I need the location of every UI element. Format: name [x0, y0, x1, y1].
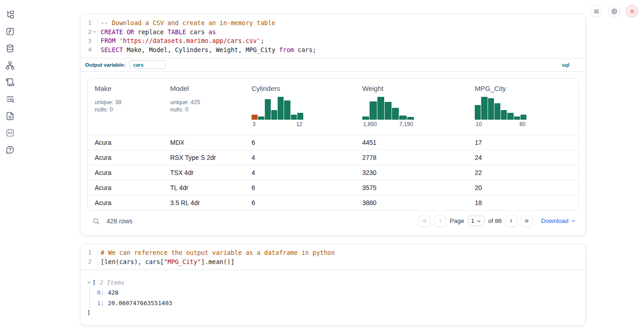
- line-number: 2: [80, 28, 91, 35]
- histogram-ticks: 1,850 7,190: [362, 121, 414, 127]
- marimo-notebook: 1 -- Download a CSV and create an in-mem…: [0, 0, 644, 333]
- download-button[interactable]: Download: [541, 217, 576, 224]
- column-header-make: Make unique: 38 nulls: 0: [88, 85, 163, 135]
- table-header: Make unique: 38 nulls: 0 Model unique: 4…: [88, 79, 578, 135]
- cell-model: 3.5 RL 4dr: [163, 199, 248, 206]
- cell-weight: 4451: [359, 139, 471, 146]
- column-stats: unique: 38 nulls: 0: [95, 99, 163, 114]
- sql-output-area: Make unique: 38 nulls: 0 Model unique: 4…: [80, 72, 585, 231]
- cell-weight: 2778: [359, 154, 471, 161]
- code-text: CREATE OR replace TABLE cars as: [97, 28, 216, 36]
- column-title[interactable]: Cylinders: [252, 85, 280, 92]
- cell-weight: 3880: [359, 199, 471, 206]
- search-button[interactable]: [91, 216, 101, 226]
- sql-code-editor[interactable]: 1 -- Download a CSV and create an in-mem…: [80, 14, 585, 58]
- code-text: # We can reference the output variable a…: [97, 249, 335, 256]
- chevrons-left-icon: [422, 218, 428, 224]
- column-title[interactable]: Model: [170, 85, 189, 92]
- code-line: 1 -- Download a CSV and create an in-mem…: [80, 18, 585, 27]
- sidebar-item-file-tree[interactable]: [5, 10, 15, 20]
- chevron-down-icon: [571, 218, 576, 223]
- cell-make: Acura: [88, 139, 163, 146]
- cell-make: Acura: [88, 184, 163, 191]
- column-title[interactable]: MPG_City: [475, 85, 506, 92]
- table-row: Acura TL 4dr 6 3575 20: [88, 180, 578, 195]
- download-label: Download: [541, 217, 569, 224]
- cell-mpg-city: 22: [471, 169, 578, 176]
- chevrons-right-icon: [524, 218, 530, 224]
- fold-chevron-icon[interactable]: [92, 30, 97, 34]
- previous-page-button[interactable]: [434, 215, 446, 227]
- sidebar-item-scratchpad[interactable]: [5, 77, 15, 87]
- output-variable-label: Output variable:: [85, 62, 125, 68]
- histogram-bars: [252, 97, 303, 120]
- stat-nulls: nulls: 0: [95, 106, 163, 114]
- topbar-controls: [590, 5, 638, 17]
- cell-mpg-city: 17: [471, 139, 578, 146]
- weight-histogram: 1,850 7,190: [362, 97, 414, 127]
- last-page-button[interactable]: [521, 215, 533, 227]
- snippet-icon: [5, 128, 15, 137]
- sidebar-item-help[interactable]: [5, 145, 15, 155]
- table-row: Acura TSX 4dr 4 3230 22: [88, 165, 578, 180]
- next-page-button[interactable]: [505, 215, 517, 227]
- sidebar-item-datasources[interactable]: [5, 43, 15, 53]
- code-text: FROM 'https://datasets.marimo.app/cars.c…: [97, 37, 264, 44]
- column-title[interactable]: Make: [95, 85, 112, 92]
- tick-max: 60: [520, 121, 526, 127]
- document-icon: [5, 111, 15, 121]
- code-text: SELECT Make, Model, Cylinders, Weight, M…: [97, 46, 316, 53]
- file-tree-icon: [5, 10, 15, 19]
- sidebar-item-documentation[interactable]: [5, 111, 15, 121]
- python-code-editor[interactable]: 1 # We can reference the output variable…: [80, 244, 585, 270]
- output-variable-input[interactable]: [129, 60, 166, 69]
- tree-items: 0: 428 1: 20.060747663551403: [89, 287, 585, 308]
- sidebar-item-snippets[interactable]: [5, 128, 15, 138]
- cylinders-histogram: 3 12: [252, 97, 303, 127]
- output-variable-row: Output variable: sql: [80, 58, 585, 72]
- column-title[interactable]: Weight: [362, 85, 383, 92]
- sql-cell: 1 -- Download a CSV and create an in-mem…: [80, 14, 586, 236]
- close-button[interactable]: [626, 5, 638, 17]
- collapse-toggle[interactable]: [87, 280, 92, 285]
- hamburger-icon: [593, 8, 600, 15]
- fold-gutter: [91, 30, 97, 34]
- cell-weight: 3575: [359, 184, 471, 191]
- row-count: 428 rows: [107, 217, 133, 225]
- chevron-down-icon: [477, 219, 481, 223]
- line-number: 1: [80, 249, 91, 256]
- gear-icon: [611, 8, 617, 15]
- sidebar-item-dependency-graph[interactable]: [5, 60, 15, 70]
- search-icon: [92, 217, 100, 225]
- code-line: 1 # We can reference the output variable…: [80, 248, 585, 257]
- line-number: 3: [80, 37, 91, 44]
- cell-make: Acura: [88, 154, 163, 161]
- pagination: Page 1 of 86 Download: [419, 215, 576, 227]
- chevron-left-icon: [437, 218, 443, 224]
- item-value: 20.060747663551403: [108, 300, 172, 307]
- tree-item: 1: 20.060747663551403: [97, 298, 585, 308]
- menu-button[interactable]: [590, 5, 602, 17]
- chevron-right-icon: [508, 218, 514, 224]
- page-label: Page: [450, 217, 464, 224]
- sidebar-item-logs[interactable]: [5, 94, 15, 104]
- help-chat-icon: [5, 145, 15, 154]
- line-number: 2: [80, 258, 91, 265]
- page-select-value: 1: [471, 217, 474, 224]
- page-select[interactable]: 1: [468, 216, 484, 226]
- first-page-button[interactable]: [419, 215, 430, 227]
- stat-unique: unique: 38: [95, 99, 163, 106]
- settings-button[interactable]: [608, 5, 620, 17]
- column-header-weight: Weight 1,850 7,190: [359, 85, 471, 135]
- mpg-city-histogram: 10 60: [475, 97, 526, 127]
- histogram-ticks: 3 12: [252, 121, 303, 127]
- table-row: Acura RSX Type S 2dr 4 2778 24: [88, 150, 578, 165]
- data-table: Make unique: 38 nulls: 0 Model unique: 4…: [87, 78, 579, 211]
- sidebar-item-variables[interactable]: [5, 26, 15, 37]
- code-line: 3 FROM 'https://datasets.marimo.app/cars…: [80, 36, 585, 45]
- cell-cylinders: 6: [248, 139, 359, 146]
- close-bracket: ]: [87, 309, 91, 316]
- code-line: 2 [len(cars), cars["MPG_City"].mean()]: [80, 257, 585, 266]
- tick-max: 12: [296, 121, 302, 127]
- cell-cylinders: 6: [248, 199, 359, 206]
